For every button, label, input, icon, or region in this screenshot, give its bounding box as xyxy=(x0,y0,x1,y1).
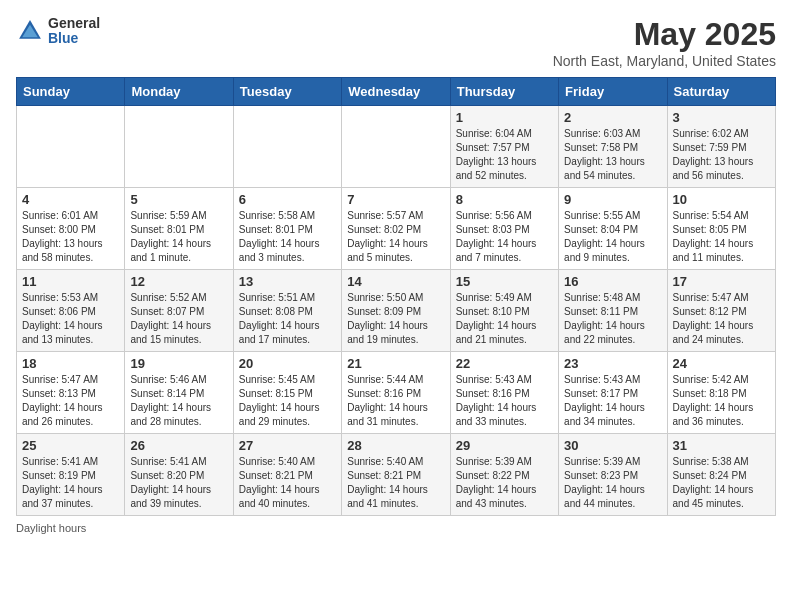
day-number: 16 xyxy=(564,274,661,289)
calendar-cell: 25Sunrise: 5:41 AM Sunset: 8:19 PM Dayli… xyxy=(17,434,125,516)
calendar-cell: 27Sunrise: 5:40 AM Sunset: 8:21 PM Dayli… xyxy=(233,434,341,516)
logo-general-text: General xyxy=(48,16,100,31)
month-title: May 2025 xyxy=(553,16,776,53)
day-info: Sunrise: 5:59 AM Sunset: 8:01 PM Dayligh… xyxy=(130,209,227,265)
header-monday: Monday xyxy=(125,78,233,106)
calendar-cell: 30Sunrise: 5:39 AM Sunset: 8:23 PM Dayli… xyxy=(559,434,667,516)
calendar-cell: 21Sunrise: 5:44 AM Sunset: 8:16 PM Dayli… xyxy=(342,352,450,434)
calendar-cell: 19Sunrise: 5:46 AM Sunset: 8:14 PM Dayli… xyxy=(125,352,233,434)
page-header: General Blue May 2025 North East, Maryla… xyxy=(16,16,776,69)
day-info: Sunrise: 5:40 AM Sunset: 8:21 PM Dayligh… xyxy=(347,455,444,511)
calendar-cell: 22Sunrise: 5:43 AM Sunset: 8:16 PM Dayli… xyxy=(450,352,558,434)
day-info: Sunrise: 5:56 AM Sunset: 8:03 PM Dayligh… xyxy=(456,209,553,265)
calendar-cell: 9Sunrise: 5:55 AM Sunset: 8:04 PM Daylig… xyxy=(559,188,667,270)
day-info: Sunrise: 5:55 AM Sunset: 8:04 PM Dayligh… xyxy=(564,209,661,265)
calendar-cell: 6Sunrise: 5:58 AM Sunset: 8:01 PM Daylig… xyxy=(233,188,341,270)
week-row-4: 18Sunrise: 5:47 AM Sunset: 8:13 PM Dayli… xyxy=(17,352,776,434)
day-number: 6 xyxy=(239,192,336,207)
day-number: 31 xyxy=(673,438,770,453)
day-info: Sunrise: 5:54 AM Sunset: 8:05 PM Dayligh… xyxy=(673,209,770,265)
day-number: 28 xyxy=(347,438,444,453)
day-number: 23 xyxy=(564,356,661,371)
calendar-cell xyxy=(342,106,450,188)
day-info: Sunrise: 5:44 AM Sunset: 8:16 PM Dayligh… xyxy=(347,373,444,429)
day-number: 18 xyxy=(22,356,119,371)
day-info: Sunrise: 5:50 AM Sunset: 8:09 PM Dayligh… xyxy=(347,291,444,347)
day-info: Sunrise: 5:41 AM Sunset: 8:19 PM Dayligh… xyxy=(22,455,119,511)
calendar-cell: 18Sunrise: 5:47 AM Sunset: 8:13 PM Dayli… xyxy=(17,352,125,434)
day-number: 30 xyxy=(564,438,661,453)
day-number: 12 xyxy=(130,274,227,289)
calendar-cell: 28Sunrise: 5:40 AM Sunset: 8:21 PM Dayli… xyxy=(342,434,450,516)
day-info: Sunrise: 5:46 AM Sunset: 8:14 PM Dayligh… xyxy=(130,373,227,429)
day-number: 9 xyxy=(564,192,661,207)
day-number: 2 xyxy=(564,110,661,125)
day-number: 17 xyxy=(673,274,770,289)
calendar-cell: 15Sunrise: 5:49 AM Sunset: 8:10 PM Dayli… xyxy=(450,270,558,352)
day-number: 5 xyxy=(130,192,227,207)
logo-blue-text: Blue xyxy=(48,31,100,46)
day-number: 14 xyxy=(347,274,444,289)
calendar-cell: 2Sunrise: 6:03 AM Sunset: 7:58 PM Daylig… xyxy=(559,106,667,188)
calendar-cell: 7Sunrise: 5:57 AM Sunset: 8:02 PM Daylig… xyxy=(342,188,450,270)
day-info: Sunrise: 5:39 AM Sunset: 8:22 PM Dayligh… xyxy=(456,455,553,511)
day-number: 15 xyxy=(456,274,553,289)
day-number: 22 xyxy=(456,356,553,371)
calendar-cell: 29Sunrise: 5:39 AM Sunset: 8:22 PM Dayli… xyxy=(450,434,558,516)
calendar-cell: 17Sunrise: 5:47 AM Sunset: 8:12 PM Dayli… xyxy=(667,270,775,352)
logo-icon xyxy=(16,17,44,45)
day-info: Sunrise: 5:43 AM Sunset: 8:17 PM Dayligh… xyxy=(564,373,661,429)
location-title: North East, Maryland, United States xyxy=(553,53,776,69)
calendar-cell: 31Sunrise: 5:38 AM Sunset: 8:24 PM Dayli… xyxy=(667,434,775,516)
calendar-cell: 13Sunrise: 5:51 AM Sunset: 8:08 PM Dayli… xyxy=(233,270,341,352)
day-info: Sunrise: 5:43 AM Sunset: 8:16 PM Dayligh… xyxy=(456,373,553,429)
day-number: 7 xyxy=(347,192,444,207)
calendar-cell: 14Sunrise: 5:50 AM Sunset: 8:09 PM Dayli… xyxy=(342,270,450,352)
logo: General Blue xyxy=(16,16,100,47)
calendar-cell: 4Sunrise: 6:01 AM Sunset: 8:00 PM Daylig… xyxy=(17,188,125,270)
week-row-3: 11Sunrise: 5:53 AM Sunset: 8:06 PM Dayli… xyxy=(17,270,776,352)
calendar-table: SundayMondayTuesdayWednesdayThursdayFrid… xyxy=(16,77,776,516)
day-info: Sunrise: 5:48 AM Sunset: 8:11 PM Dayligh… xyxy=(564,291,661,347)
footer-note: Daylight hours xyxy=(16,522,776,534)
calendar-cell: 23Sunrise: 5:43 AM Sunset: 8:17 PM Dayli… xyxy=(559,352,667,434)
day-number: 19 xyxy=(130,356,227,371)
day-number: 1 xyxy=(456,110,553,125)
header-wednesday: Wednesday xyxy=(342,78,450,106)
day-number: 24 xyxy=(673,356,770,371)
calendar-cell xyxy=(17,106,125,188)
day-info: Sunrise: 5:49 AM Sunset: 8:10 PM Dayligh… xyxy=(456,291,553,347)
calendar-cell: 1Sunrise: 6:04 AM Sunset: 7:57 PM Daylig… xyxy=(450,106,558,188)
day-info: Sunrise: 5:38 AM Sunset: 8:24 PM Dayligh… xyxy=(673,455,770,511)
calendar-cell xyxy=(233,106,341,188)
week-row-5: 25Sunrise: 5:41 AM Sunset: 8:19 PM Dayli… xyxy=(17,434,776,516)
day-info: Sunrise: 5:51 AM Sunset: 8:08 PM Dayligh… xyxy=(239,291,336,347)
day-number: 29 xyxy=(456,438,553,453)
day-info: Sunrise: 6:01 AM Sunset: 8:00 PM Dayligh… xyxy=(22,209,119,265)
calendar-cell: 12Sunrise: 5:52 AM Sunset: 8:07 PM Dayli… xyxy=(125,270,233,352)
header-thursday: Thursday xyxy=(450,78,558,106)
calendar-cell: 10Sunrise: 5:54 AM Sunset: 8:05 PM Dayli… xyxy=(667,188,775,270)
day-number: 21 xyxy=(347,356,444,371)
day-info: Sunrise: 5:53 AM Sunset: 8:06 PM Dayligh… xyxy=(22,291,119,347)
day-number: 3 xyxy=(673,110,770,125)
calendar-header-row: SundayMondayTuesdayWednesdayThursdayFrid… xyxy=(17,78,776,106)
day-number: 4 xyxy=(22,192,119,207)
calendar-cell: 16Sunrise: 5:48 AM Sunset: 8:11 PM Dayli… xyxy=(559,270,667,352)
day-info: Sunrise: 5:40 AM Sunset: 8:21 PM Dayligh… xyxy=(239,455,336,511)
day-number: 26 xyxy=(130,438,227,453)
calendar-cell: 11Sunrise: 5:53 AM Sunset: 8:06 PM Dayli… xyxy=(17,270,125,352)
week-row-2: 4Sunrise: 6:01 AM Sunset: 8:00 PM Daylig… xyxy=(17,188,776,270)
day-info: Sunrise: 5:58 AM Sunset: 8:01 PM Dayligh… xyxy=(239,209,336,265)
header-tuesday: Tuesday xyxy=(233,78,341,106)
day-info: Sunrise: 6:02 AM Sunset: 7:59 PM Dayligh… xyxy=(673,127,770,183)
calendar-cell: 20Sunrise: 5:45 AM Sunset: 8:15 PM Dayli… xyxy=(233,352,341,434)
calendar-cell: 5Sunrise: 5:59 AM Sunset: 8:01 PM Daylig… xyxy=(125,188,233,270)
day-info: Sunrise: 5:42 AM Sunset: 8:18 PM Dayligh… xyxy=(673,373,770,429)
header-friday: Friday xyxy=(559,78,667,106)
calendar-cell: 26Sunrise: 5:41 AM Sunset: 8:20 PM Dayli… xyxy=(125,434,233,516)
day-info: Sunrise: 5:45 AM Sunset: 8:15 PM Dayligh… xyxy=(239,373,336,429)
day-number: 25 xyxy=(22,438,119,453)
calendar-cell: 8Sunrise: 5:56 AM Sunset: 8:03 PM Daylig… xyxy=(450,188,558,270)
title-block: May 2025 North East, Maryland, United St… xyxy=(553,16,776,69)
